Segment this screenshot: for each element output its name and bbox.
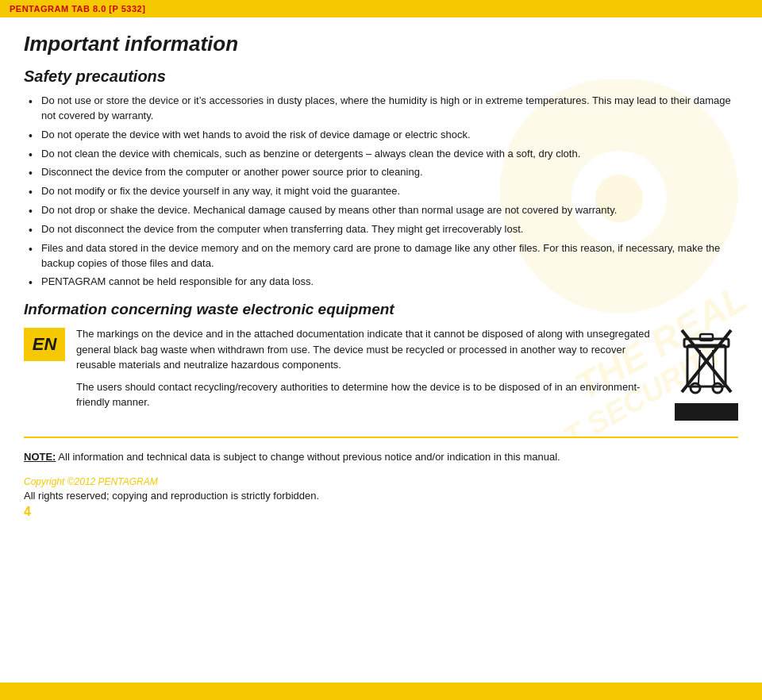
list-item: Do not drop or shake the device. Mechani… [24, 203, 738, 218]
bottom-bar [0, 683, 762, 700]
main-content: Important information Safety precautions… [0, 17, 762, 543]
list-item: Disconnect the device from the computer … [24, 165, 738, 180]
weee-body-text: The markings on the device and in the at… [76, 326, 664, 410]
copyright-section: Copyright ©2012 PENTAGRAM All rights res… [24, 476, 738, 519]
safety-bullets-list: Do not use or store the device or it’s a… [24, 94, 738, 290]
note-text: All information and technical data is su… [56, 451, 560, 463]
safety-section-title: Safety precautions [24, 67, 738, 86]
main-title: Important information [24, 32, 738, 56]
list-item: Files and data stored in the device memo… [24, 241, 738, 271]
waste-section-title: Information concerning waste electronic … [24, 301, 738, 318]
black-rectangle [675, 403, 738, 421]
list-item: Do not operate the device with wet hands… [24, 128, 738, 143]
note-section: NOTE: All information and technical data… [24, 437, 738, 465]
list-item: Do not clean the device with chemicals, … [24, 147, 738, 162]
list-item: Do not disconnect the device from the co… [24, 222, 738, 237]
svg-point-9 [713, 383, 722, 393]
weee-paragraph-2: The users should contact recycling/recov… [76, 379, 664, 410]
list-item: PENTAGRAM cannot be held responsible for… [24, 275, 738, 290]
list-item: Do not modify or fix the device yourself… [24, 184, 738, 199]
weee-icon-area [675, 326, 738, 421]
weee-bin-icon [678, 326, 735, 398]
note-label: NOTE: [24, 451, 56, 463]
weee-paragraph-1: The markings on the device and in the at… [76, 326, 664, 373]
svg-point-8 [691, 383, 700, 393]
svg-rect-7 [700, 334, 713, 340]
weee-section: EN The markings on the device and in the… [24, 326, 738, 421]
copyright-line2: All rights reserved; copying and reprodu… [24, 490, 738, 502]
copyright-line1: Copyright ©2012 PENTAGRAM [24, 476, 738, 487]
en-badge: EN [24, 328, 65, 361]
list-item: Do not use or store the device or it’s a… [24, 94, 738, 124]
page-number: 4 [24, 505, 738, 519]
document-title: PENTAGRAM TAB 8.0 [P 5332] [10, 4, 145, 13]
top-bar: PENTAGRAM TAB 8.0 [P 5332] [0, 0, 762, 17]
